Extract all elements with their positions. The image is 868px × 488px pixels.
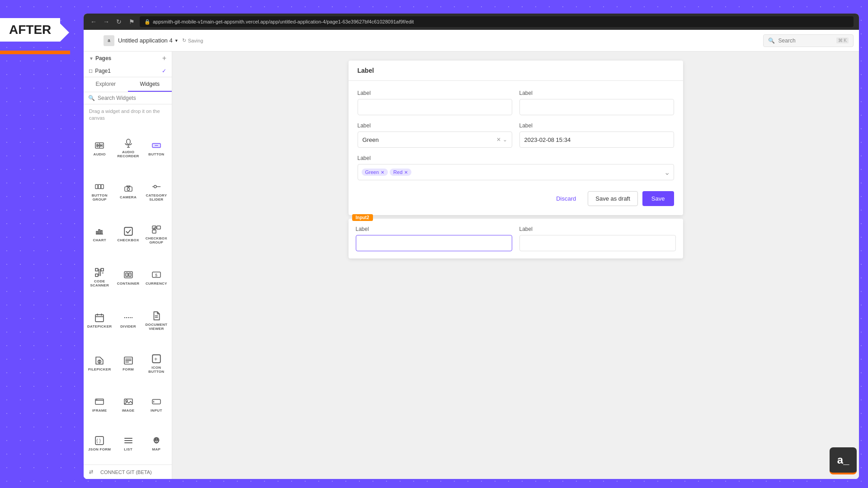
widget-label-json-form: JSON FORM xyxy=(88,447,111,451)
widget-item-audio-recorder[interactable]: AUDIO RECORDER xyxy=(114,127,142,169)
forward-button[interactable]: → xyxy=(102,17,111,26)
input2-field-2: Label xyxy=(519,226,676,251)
widget-label-button: BUTTON xyxy=(148,152,164,156)
app-name: Untitled application 4 xyxy=(118,37,173,44)
select-clear-icon[interactable]: ✕ xyxy=(496,136,501,143)
pages-section: ▼ Pages + □ Page1 ✓ xyxy=(84,52,172,77)
hamburger-menu[interactable] xyxy=(89,35,100,46)
field1-input[interactable] xyxy=(358,99,512,115)
search-widgets-input[interactable] xyxy=(98,95,167,101)
tag-green: Green ✕ xyxy=(362,169,388,176)
tab-explorer[interactable]: Explorer xyxy=(84,77,128,92)
address-bar[interactable]: 🔒 appsmith-git-mobile-v1main-get-appsmit… xyxy=(140,16,854,27)
save-button[interactable]: Save xyxy=(642,191,674,206)
svg-rect-23 xyxy=(101,230,102,234)
widget-item-map[interactable]: MAP xyxy=(143,425,170,463)
tag-red-close[interactable]: ✕ xyxy=(404,170,408,175)
tag-green-close[interactable]: ✕ xyxy=(381,170,384,175)
widget-label-form: FORM xyxy=(123,367,134,371)
widget-item-input[interactable]: INPUT xyxy=(143,385,170,423)
field3-select[interactable]: Green ✕ ⌄ xyxy=(358,131,512,148)
bookmark-button[interactable]: ⚑ xyxy=(127,17,136,26)
widget-item-currency[interactable]: $ CURRENCY xyxy=(143,257,170,299)
widget-item-list[interactable]: LIST xyxy=(114,425,142,463)
widget-item-category-slider[interactable]: CATEGORY SLIDER xyxy=(143,170,170,212)
widget-item-checkbox[interactable]: CHECKBOX xyxy=(114,213,142,255)
tags-wrapper[interactable]: Green ✕ Red ✕ ⌄ xyxy=(358,164,674,180)
file-icon xyxy=(93,356,106,366)
back-button[interactable]: ← xyxy=(89,17,98,26)
form-field-3: Label Green ✕ ⌄ xyxy=(358,122,512,148)
input2-field2-input[interactable] xyxy=(519,235,676,251)
widget-item-datepicker[interactable]: DATEPICKER xyxy=(85,300,113,342)
widget-item-iframe[interactable]: IFRAME xyxy=(85,385,113,423)
button-icon xyxy=(150,141,163,150)
input2-field1-input[interactable] xyxy=(356,235,512,251)
widget-item-audio[interactable]: AUDIO xyxy=(85,127,113,169)
widget-item-form[interactable]: FORM xyxy=(114,343,142,385)
connect-git-button[interactable]: CONNECT GIT (BETA) xyxy=(100,469,152,475)
widget-item-image[interactable]: IMAGE xyxy=(114,385,142,423)
select-arrow-icon: ⌄ xyxy=(503,136,507,143)
divider-icon xyxy=(122,313,135,323)
refresh-button[interactable]: ↻ xyxy=(114,17,123,26)
form-body: Label Label Label xyxy=(349,81,683,215)
chart-icon xyxy=(93,226,106,236)
audio-icon xyxy=(93,141,106,150)
search-widgets-bar[interactable]: 🔍 xyxy=(84,92,172,104)
add-page-button[interactable]: + xyxy=(162,54,166,62)
form-title: Label xyxy=(349,61,683,81)
input2-field2-label: Label xyxy=(519,226,676,232)
currency-icon: $ xyxy=(150,270,163,280)
tags-expand-icon[interactable]: ⌄ xyxy=(664,168,670,177)
page1-item[interactable]: □ Page1 ✓ xyxy=(84,65,172,77)
pages-header-row: ▼ Pages + xyxy=(84,52,172,65)
iframe-icon xyxy=(93,397,106,407)
sidebar: ▼ Pages + □ Page1 ✓ Explorer Widgets 🔍 xyxy=(84,52,172,479)
app-name-dropdown[interactable]: Untitled application 4 ▼ xyxy=(118,37,179,44)
widget-item-icon-button[interactable]: + ICON BUTTON xyxy=(143,343,170,385)
widget-item-camera[interactable]: CAMERA xyxy=(114,170,142,212)
widget-item-button-group[interactable]: BUTTON GROUP xyxy=(85,170,113,212)
widget-item-divider[interactable]: DIVIDER xyxy=(114,300,142,342)
svg-rect-26 xyxy=(157,226,160,229)
canvas-area[interactable]: Label Label Label xyxy=(172,52,859,479)
widget-item-container[interactable]: CONTAINER xyxy=(114,257,142,299)
widget-label-input: INPUT xyxy=(151,408,162,413)
widget-item-code-scanner[interactable]: CODE SCANNER xyxy=(85,257,113,299)
svg-text:{ }: { } xyxy=(97,439,101,444)
widget-item-button[interactable]: BUTTON xyxy=(143,127,170,169)
widget-item-json-form[interactable]: { } JSON FORM xyxy=(85,425,113,463)
form-field-2: Label xyxy=(519,90,674,115)
page-check-icon: ✓ xyxy=(162,68,166,74)
widget-item-filepicker[interactable]: FILEPICKER xyxy=(85,343,113,385)
widget-item-checkbox-group[interactable]: CHECKBOX GROUP xyxy=(143,213,170,255)
sidebar-tabs: Explorer Widgets xyxy=(84,77,172,92)
browser-window: ← → ↻ ⚑ 🔒 appsmith-git-mobile-v1main-get… xyxy=(84,14,859,479)
mic-icon xyxy=(122,138,135,148)
widget-grid: AUDIO AUDIO RECORDER xyxy=(84,126,172,465)
search-bar[interactable]: 🔍 ⌘ K xyxy=(763,34,854,47)
app-icon-br: a_ xyxy=(830,447,857,474)
search-input[interactable] xyxy=(778,38,833,44)
input2-badge: Input2 xyxy=(352,214,373,221)
widget-item-chart[interactable]: CHART xyxy=(85,213,113,255)
save-draft-button[interactable]: Save as draft xyxy=(588,191,638,206)
svg-text:$: $ xyxy=(155,273,157,277)
main-content: ▼ Pages + □ Page1 ✓ Explorer Widgets 🔍 xyxy=(84,52,859,479)
svg-rect-8 xyxy=(127,139,130,144)
tab-widgets[interactable]: Widgets xyxy=(128,77,172,92)
widget-label-camera: CAMERA xyxy=(120,195,137,199)
tag-green-text: Green xyxy=(365,169,379,175)
widget-label-divider: DIVIDER xyxy=(120,324,136,328)
form-field-4: Label xyxy=(519,122,674,148)
svg-text:+: + xyxy=(154,356,157,362)
camera-icon xyxy=(122,183,135,193)
form-panel: Label Label Label xyxy=(349,61,683,215)
discard-button[interactable]: Discard xyxy=(549,191,583,206)
field3-value: Green xyxy=(363,136,496,143)
widget-item-document-viewer[interactable]: DOCUMENT VIEWER xyxy=(143,300,170,342)
field2-input[interactable] xyxy=(519,99,674,115)
field4-input[interactable] xyxy=(519,131,674,148)
form-row-3: Label Green ✕ Red ✕ xyxy=(358,155,674,180)
